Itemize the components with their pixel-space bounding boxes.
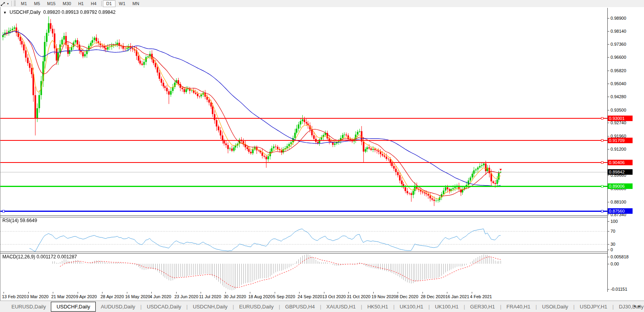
tab-gbpusd-h4[interactable]: GBPUSD,H4 <box>280 303 320 311</box>
timeframe-m30[interactable]: M30 <box>59 0 74 7</box>
chart-window: ▼ USDCHF,Daily 0.89820 0.89913 0.89792 0… <box>0 7 644 301</box>
date-tick <box>201 292 201 293</box>
macd-indicator-label: MACD(12,26,9) 0.001172 0.001287 <box>2 254 77 260</box>
date-tick <box>53 292 53 293</box>
date-label: 28 Dec 2020 <box>421 294 445 299</box>
price-tick-label: 0.91200 <box>610 147 626 151</box>
scale-tick <box>608 110 609 110</box>
tab-ger30-h1[interactable]: GER30,H1 <box>465 303 500 311</box>
symbol-ohlc-line[interactable]: ▼ USDCHF,Daily 0.89820 0.89913 0.89792 0… <box>3 9 115 15</box>
toolbar-separator <box>101 1 102 6</box>
scale-tick <box>608 149 609 149</box>
timeframe-w1[interactable]: W1 <box>115 0 129 7</box>
timeframe-h1[interactable]: H1 <box>74 0 87 7</box>
chart-tab-bar: EURUSD,DailyUSDCHF,DailyAUDUSD,Daily|USD… <box>0 301 644 312</box>
date-tick <box>447 292 447 293</box>
date-label: 24 Sep 2020 <box>298 294 322 299</box>
tool-dropdown-caret-icon[interactable]: ▾ <box>7 2 9 6</box>
date-axis[interactable]: 13 Feb 20203 Mar 202021 Mar 20209 Apr 20… <box>0 292 644 301</box>
scale-tick <box>608 31 609 32</box>
tab-usoil-daily[interactable]: USOil,Daily <box>537 303 573 311</box>
rsi-scale-label: 70 <box>610 229 615 234</box>
price-axis[interactable]: 0.989000.981400.973600.966000.958200.950… <box>607 8 644 292</box>
timeframe-d1[interactable]: D1 <box>103 0 115 7</box>
timeframe-m5[interactable]: M5 <box>30 0 43 7</box>
timeframe-m15[interactable]: M15 <box>44 0 59 7</box>
tab-hk50-h1[interactable]: HK50,H1 <box>362 303 393 311</box>
trendline-tool-icon[interactable] <box>0 1 6 6</box>
date-label: 4 Feb 2021 <box>470 294 492 299</box>
date-tick <box>472 292 472 293</box>
tab-uk100-h1[interactable]: UK100,H1 <box>430 303 463 311</box>
tab-usdjpy-h1[interactable]: USDJPY,H1 <box>575 303 612 311</box>
tab-fra40-h1[interactable]: FRA40,H1 <box>501 303 536 311</box>
macd-pane-canvas[interactable] <box>0 253 607 292</box>
rsi-indicator-label: RSI(14) 59.6649 <box>2 218 37 223</box>
scale-tick <box>608 244 609 245</box>
date-label: 13 Oct 2020 <box>322 294 346 299</box>
date-label: 5 Sep 2020 <box>273 294 295 299</box>
date-tick <box>348 292 349 293</box>
date-label: 18 Aug 2020 <box>248 294 273 299</box>
date-tick <box>250 292 250 293</box>
hline-price-badge[interactable]: 0.90406 <box>608 160 633 165</box>
collapse-triangle-icon[interactable]: ▼ <box>3 11 7 15</box>
date-label: 4 Jun 2020 <box>150 294 171 299</box>
scroll-tabs-left-icon[interactable]: ◄ <box>633 304 638 308</box>
date-tick <box>78 292 78 293</box>
tab-eurusd-daily[interactable]: EURUSD,Daily <box>234 303 279 311</box>
current-price-badge[interactable]: 0.89842 <box>608 169 633 175</box>
macd-scale-label: -0.01151 <box>610 287 627 291</box>
scale-tick <box>608 215 609 215</box>
date-tick <box>127 292 127 293</box>
date-tick <box>275 292 275 293</box>
date-tick <box>423 292 423 293</box>
chart-tabs: EURUSD,DailyUSDCHF,DailyAUDUSD,Daily|USD… <box>0 301 644 312</box>
tab-xauusd-h1[interactable]: XAUUSD,H1 <box>321 303 361 311</box>
scroll-tabs-right-icon[interactable]: ► <box>638 304 643 308</box>
timeframe-m1[interactable]: M1 <box>17 0 30 7</box>
tab-eurusd-daily[interactable]: EURUSD,Daily <box>6 303 51 311</box>
mt4-terminal: { "toolbar": { "tool_icon": "trendline-t… <box>0 0 644 312</box>
date-tick <box>398 292 398 293</box>
price-tick-label: 0.94280 <box>610 94 626 99</box>
tab-usdcad-daily[interactable]: USDCAD,Daily <box>141 303 186 311</box>
scale-tick <box>608 97 609 97</box>
date-tick <box>225 292 226 293</box>
tab-audusd-daily[interactable]: AUDUSD,Daily <box>96 303 140 311</box>
scale-tick <box>608 264 609 264</box>
price-tick-label: 0.96600 <box>610 55 626 60</box>
ohlc-values: 0.89820 0.89913 0.89792 0.89842 <box>43 9 116 15</box>
timeframe-h4[interactable]: H4 <box>87 0 100 7</box>
tab-usdcnh-daily[interactable]: USDCNH,Daily <box>188 303 233 311</box>
hline-price-badge[interactable]: 0.91709 <box>608 138 633 143</box>
price-tick-label: 0.98140 <box>610 29 626 34</box>
scale-tick <box>608 250 609 250</box>
scale-tick <box>608 202 609 202</box>
rsi-pane-canvas[interactable] <box>0 217 607 252</box>
tab-uk100-h1[interactable]: UK100,H1 <box>395 303 428 311</box>
main-chart-canvas[interactable] <box>0 8 607 215</box>
rsi-scale-label: 100 <box>610 219 618 224</box>
scale-tick <box>608 84 609 84</box>
price-tick-label: 0.97360 <box>610 42 626 47</box>
hline-price-badge[interactable]: 0.89006 <box>608 183 633 189</box>
date-tick <box>151 292 152 293</box>
price-tick-label: 0.95040 <box>610 81 626 86</box>
toolbar-separator <box>11 1 12 6</box>
timeframe-buttons: M1M5M15M30H1H4D1W1MN <box>17 0 143 7</box>
date-label: 11 Jul 2020 <box>199 294 221 299</box>
date-label: 28 Apr 2020 <box>101 294 124 299</box>
date-label: 31 Oct 2020 <box>347 294 370 299</box>
toolbar-grip-handle[interactable] <box>14 1 16 6</box>
scale-tick <box>608 221 609 222</box>
date-label: 23 Jun 2020 <box>175 294 199 299</box>
timeframe-mn[interactable]: MN <box>129 0 143 7</box>
hline-price-badge[interactable]: 0.93001 <box>608 116 633 121</box>
scale-tick <box>608 175 609 176</box>
hline-price-badge[interactable]: 0.87560 <box>608 208 633 214</box>
date-label: 30 Jul 2020 <box>224 294 246 299</box>
date-tick <box>4 292 4 293</box>
symbol-label: USDCHF,Daily <box>9 9 41 15</box>
tab-usdchf-daily[interactable]: USDCHF,Daily <box>51 302 95 312</box>
